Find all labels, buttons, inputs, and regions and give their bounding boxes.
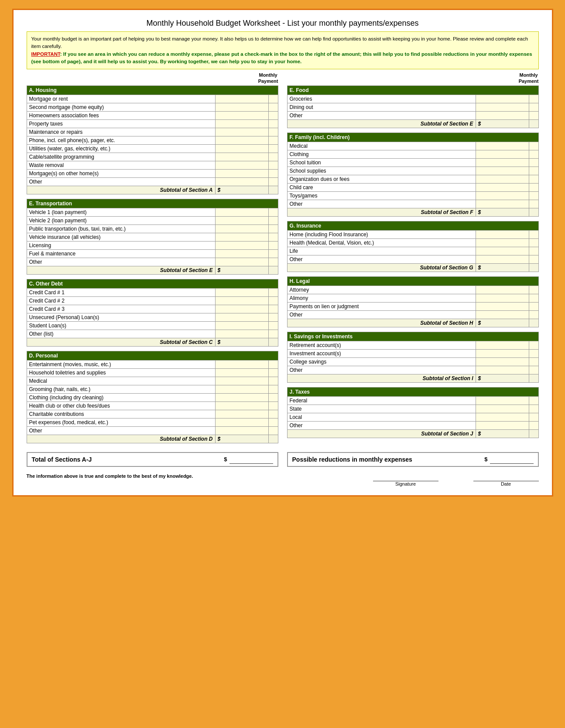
amount-field[interactable]	[215, 410, 268, 418]
check-field[interactable]	[529, 341, 538, 349]
amount-field[interactable]	[476, 255, 529, 263]
amount-field[interactable]	[215, 426, 268, 435]
check-field[interactable]	[268, 305, 278, 313]
check-field[interactable]	[529, 421, 538, 429]
amount-field[interactable]	[215, 136, 268, 144]
check-field[interactable]	[268, 216, 278, 225]
amount-field[interactable]	[215, 119, 268, 128]
check-field[interactable]	[268, 103, 278, 111]
amount-field[interactable]	[476, 302, 529, 310]
amount-field[interactable]	[215, 368, 268, 377]
check-field[interactable]	[529, 405, 538, 413]
check-field[interactable]	[529, 158, 538, 167]
check-field[interactable]	[268, 360, 278, 368]
amount-field[interactable]	[215, 128, 268, 136]
amount-field[interactable]	[476, 175, 529, 183]
amount-field[interactable]	[215, 208, 268, 216]
check-field[interactable]	[268, 410, 278, 418]
amount-field[interactable]	[215, 360, 268, 368]
check-field[interactable]	[529, 302, 538, 310]
check-field[interactable]	[529, 349, 538, 357]
amount-field[interactable]	[476, 294, 529, 302]
check-field[interactable]	[268, 393, 278, 401]
check-field[interactable]	[529, 396, 538, 405]
check-field[interactable]	[268, 144, 278, 153]
amount-field[interactable]	[476, 200, 529, 208]
check-field[interactable]	[529, 413, 538, 421]
check-field[interactable]	[529, 357, 538, 366]
check-field[interactable]	[529, 150, 538, 158]
amount-field[interactable]	[215, 258, 268, 266]
amount-field[interactable]	[476, 341, 529, 349]
check-field[interactable]	[268, 330, 278, 338]
check-field[interactable]	[529, 200, 538, 208]
amount-field[interactable]	[476, 111, 529, 119]
amount-field[interactable]	[476, 413, 529, 421]
amount-field[interactable]	[215, 177, 268, 186]
check-field[interactable]	[529, 103, 538, 111]
check-field[interactable]	[268, 128, 278, 136]
amount-field[interactable]	[215, 216, 268, 225]
amount-field[interactable]	[215, 296, 268, 305]
check-field[interactable]	[268, 296, 278, 305]
check-field[interactable]	[268, 225, 278, 233]
amount-field[interactable]	[476, 247, 529, 255]
amount-field[interactable]	[476, 286, 529, 294]
amount-field[interactable]	[476, 103, 529, 111]
amount-field[interactable]	[215, 233, 268, 241]
check-field[interactable]	[529, 167, 538, 175]
amount-field[interactable]	[476, 230, 529, 238]
amount-field[interactable]	[215, 249, 268, 258]
check-field[interactable]	[268, 401, 278, 410]
check-field[interactable]	[268, 136, 278, 144]
check-field[interactable]	[268, 249, 278, 258]
check-field[interactable]	[529, 183, 538, 191]
check-field[interactable]	[268, 288, 278, 296]
amount-field[interactable]	[215, 103, 268, 111]
check-field[interactable]	[529, 286, 538, 294]
check-field[interactable]	[529, 230, 538, 238]
amount-field[interactable]	[215, 288, 268, 296]
check-field[interactable]	[529, 238, 538, 247]
amount-field[interactable]	[215, 330, 268, 338]
amount-field[interactable]	[215, 95, 268, 103]
check-field[interactable]	[268, 161, 278, 169]
check-field[interactable]	[529, 294, 538, 302]
amount-field[interactable]	[476, 405, 529, 413]
check-field[interactable]	[268, 169, 278, 177]
amount-field[interactable]	[215, 313, 268, 321]
check-field[interactable]	[268, 313, 278, 321]
check-field[interactable]	[529, 310, 538, 319]
amount-field[interactable]	[215, 418, 268, 426]
amount-field[interactable]	[476, 349, 529, 357]
check-field[interactable]	[268, 208, 278, 216]
amount-field[interactable]	[476, 357, 529, 366]
amount-field[interactable]	[215, 377, 268, 385]
amount-field[interactable]	[215, 153, 268, 161]
check-field[interactable]	[268, 111, 278, 119]
amount-field[interactable]	[476, 142, 529, 150]
check-field[interactable]	[268, 119, 278, 128]
amount-field[interactable]	[476, 421, 529, 429]
amount-field[interactable]	[476, 150, 529, 158]
amount-field[interactable]	[215, 393, 268, 401]
check-field[interactable]	[529, 111, 538, 119]
total-aj-field[interactable]	[229, 455, 273, 464]
reductions-field[interactable]	[490, 455, 534, 464]
amount-field[interactable]	[476, 167, 529, 175]
check-field[interactable]	[529, 142, 538, 150]
check-field[interactable]	[268, 321, 278, 330]
amount-field[interactable]	[215, 161, 268, 169]
amount-field[interactable]	[476, 158, 529, 167]
amount-field[interactable]	[476, 310, 529, 319]
amount-field[interactable]	[215, 144, 268, 153]
amount-field[interactable]	[476, 366, 529, 374]
check-field[interactable]	[529, 247, 538, 255]
amount-field[interactable]	[215, 321, 268, 330]
amount-field[interactable]	[215, 111, 268, 119]
check-field[interactable]	[268, 258, 278, 266]
check-field[interactable]	[529, 175, 538, 183]
check-field[interactable]	[268, 177, 278, 186]
amount-field[interactable]	[215, 401, 268, 410]
check-field[interactable]	[268, 95, 278, 103]
